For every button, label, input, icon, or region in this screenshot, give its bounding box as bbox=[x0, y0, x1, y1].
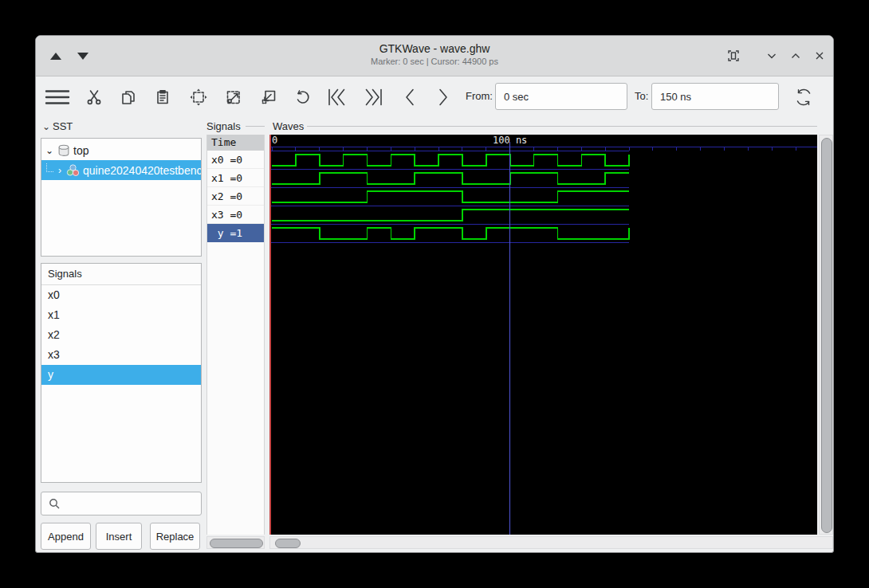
minimize-button[interactable] bbox=[763, 47, 781, 65]
skip-to-start-button[interactable] bbox=[324, 84, 352, 111]
signals-frame-label: Signals bbox=[206, 120, 241, 132]
signals-frame-line bbox=[246, 126, 265, 127]
expander-open-icon[interactable]: ⌄ bbox=[45, 145, 54, 156]
from-label: From: bbox=[466, 90, 493, 102]
clipboard-icon bbox=[154, 88, 171, 106]
chevron-right-icon bbox=[434, 87, 453, 108]
close-button[interactable] bbox=[811, 47, 828, 65]
waveform-plot: 0100 ns bbox=[271, 135, 817, 535]
list-item-x2[interactable]: x2 bbox=[41, 325, 201, 345]
copy-button[interactable] bbox=[115, 84, 142, 111]
signals-horizontal-scrollbar[interactable] bbox=[206, 536, 265, 549]
waves-frame-label: Waves bbox=[273, 120, 304, 132]
search-input[interactable] bbox=[61, 497, 191, 511]
window-subtitle: Marker: 0 sec | Cursor: 44900 ps bbox=[36, 57, 833, 66]
expander-closed-icon[interactable]: › bbox=[55, 165, 65, 176]
signal-browser-header: Signals bbox=[41, 264, 201, 285]
signals-panel: Time x0 =0 x1 =0 x2 =0 x3 =0 y =1 bbox=[206, 135, 265, 535]
skip-to-end-icon bbox=[360, 87, 384, 108]
wave-horizontal-scrollbar[interactable] bbox=[269, 536, 833, 549]
zoom-fit-icon bbox=[189, 88, 208, 107]
to-input[interactable] bbox=[651, 83, 779, 110]
close-icon bbox=[812, 49, 827, 63]
fullscreen-icon bbox=[726, 49, 741, 63]
svg-text:0: 0 bbox=[272, 135, 277, 146]
from-input[interactable] bbox=[495, 83, 627, 110]
wave-vertical-scrollbar[interactable] bbox=[819, 135, 833, 535]
search-icon bbox=[48, 497, 61, 510]
reload-button[interactable] bbox=[790, 84, 817, 111]
undo-icon bbox=[293, 88, 313, 107]
tree-guide-line bbox=[46, 163, 53, 172]
tree-row-testbench[interactable]: › quine20240420testbench bbox=[41, 160, 201, 180]
titlebar-text: GTKWave - wave.ghw Marker: 0 sec | Curso… bbox=[36, 36, 833, 66]
chevron-left-icon bbox=[400, 87, 419, 108]
wave-canvas[interactable]: 0100 ns bbox=[269, 135, 817, 535]
signal-row-y[interactable]: y =1 bbox=[207, 224, 264, 242]
menu-button[interactable] bbox=[44, 84, 71, 111]
signal-search[interactable] bbox=[41, 492, 202, 515]
signal-row-x0[interactable]: x0 =0 bbox=[207, 151, 264, 169]
cut-button[interactable] bbox=[81, 84, 108, 111]
signal-browser: Signals x0 x1 x2 x3 y bbox=[41, 263, 202, 483]
step-forward-button[interactable] bbox=[430, 84, 457, 111]
toolbar: From: To: bbox=[36, 76, 833, 119]
append-button[interactable]: Append bbox=[41, 523, 91, 550]
zoom-out-button[interactable] bbox=[255, 84, 282, 111]
insert-button[interactable]: Insert bbox=[96, 523, 142, 550]
step-back-button[interactable] bbox=[396, 84, 423, 111]
wave-horizontal-scrollbar-thumb[interactable] bbox=[275, 539, 301, 548]
skip-to-start-icon bbox=[326, 87, 350, 108]
reload-icon bbox=[793, 87, 814, 108]
signal-row-x1[interactable]: x1 =0 bbox=[207, 169, 264, 187]
paste-button[interactable] bbox=[149, 84, 176, 111]
tree-row-top[interactable]: ⌄ top bbox=[41, 140, 201, 160]
maximize-button[interactable] bbox=[787, 47, 804, 65]
desktop-background: GTKWave - wave.ghw Marker: 0 sec | Curso… bbox=[0, 0, 869, 588]
sst-expander-icon[interactable]: ⌄ bbox=[42, 121, 50, 132]
list-item-y[interactable]: y bbox=[41, 365, 201, 385]
zoom-out-icon bbox=[259, 88, 278, 107]
zoom-fit-button[interactable] bbox=[185, 84, 212, 111]
undo-button[interactable] bbox=[289, 84, 317, 111]
wave-vertical-scrollbar-thumb[interactable] bbox=[821, 138, 832, 533]
chevron-up-icon bbox=[788, 49, 803, 63]
window-title: GTKWave - wave.ghw bbox=[36, 42, 833, 55]
list-item-x3[interactable]: x3 bbox=[41, 345, 201, 365]
tree-row-label: quine20240420testbench bbox=[83, 164, 201, 177]
cylinder-icon bbox=[57, 144, 70, 157]
titlebar[interactable]: GTKWave - wave.ghw Marker: 0 sec | Curso… bbox=[36, 36, 833, 76]
signals-horizontal-scrollbar-thumb[interactable] bbox=[210, 539, 263, 548]
to-label: To: bbox=[635, 90, 648, 102]
signal-row-x3[interactable]: x3 =0 bbox=[207, 206, 264, 224]
replace-button[interactable]: Replace bbox=[150, 523, 200, 550]
zoom-in-button[interactable] bbox=[220, 84, 247, 111]
menu-icon bbox=[45, 88, 70, 107]
time-header: Time bbox=[207, 135, 264, 151]
list-item-x1[interactable]: x1 bbox=[41, 305, 201, 325]
list-item-x0[interactable]: x0 bbox=[41, 285, 201, 305]
chevron-down-icon bbox=[765, 49, 779, 63]
sst-tree: ⌄ top › quine20240420testbench bbox=[41, 138, 202, 257]
scissors-icon bbox=[85, 88, 103, 106]
fullscreen-button[interactable] bbox=[725, 47, 742, 65]
spheres-icon bbox=[66, 164, 80, 177]
sst-frame-label: SST bbox=[53, 120, 73, 132]
signal-row-x2[interactable]: x2 =0 bbox=[207, 187, 264, 206]
waves-frame-line bbox=[307, 126, 817, 127]
skip-to-end-button[interactable] bbox=[359, 84, 386, 111]
copy-icon bbox=[120, 88, 137, 106]
zoom-in-icon bbox=[224, 88, 243, 107]
tree-row-label: top bbox=[73, 144, 88, 157]
gtkwave-window: GTKWave - wave.ghw Marker: 0 sec | Curso… bbox=[35, 35, 834, 553]
